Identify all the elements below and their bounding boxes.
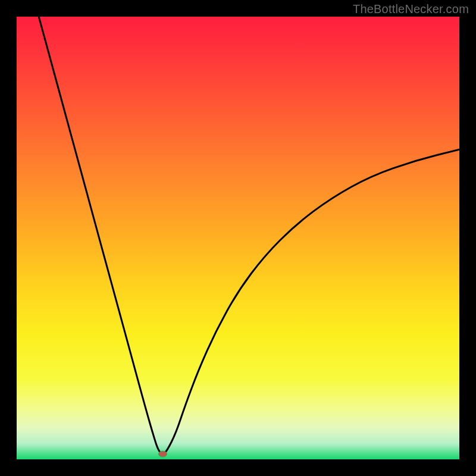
plot-area (17, 17, 459, 459)
chart-frame: TheBottleNecker.com (0, 0, 476, 476)
curve-path (39, 17, 459, 454)
optimum-marker (159, 451, 167, 457)
watermark-text: TheBottleNecker.com (353, 2, 469, 16)
bottleneck-curve (17, 17, 459, 459)
